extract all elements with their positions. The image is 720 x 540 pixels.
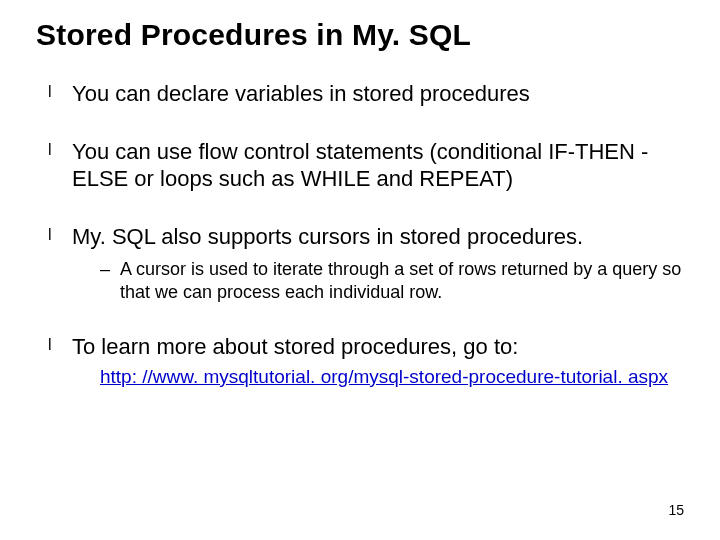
- bullet-item: To learn more about stored procedures, g…: [44, 333, 684, 388]
- sub-bullet-list: A cursor is used to iterate through a se…: [72, 258, 684, 303]
- bullet-item: My. SQL also supports cursors in stored …: [44, 223, 684, 304]
- slide-title: Stored Procedures in My. SQL: [36, 18, 684, 52]
- bullet-text: You can declare variables in stored proc…: [72, 81, 530, 106]
- page-number: 15: [668, 502, 684, 518]
- bullet-text: To learn more about stored procedures, g…: [72, 334, 518, 359]
- bullet-text: My. SQL also supports cursors in stored …: [72, 224, 583, 249]
- bullet-item: You can use flow control statements (con…: [44, 138, 684, 193]
- slide: Stored Procedures in My. SQL You can dec…: [0, 0, 720, 540]
- bullet-list: You can declare variables in stored proc…: [36, 80, 684, 388]
- bullet-text: You can use flow control statements (con…: [72, 139, 648, 192]
- reference-link[interactable]: http: //www. mysqltutorial. org/mysql-st…: [72, 365, 684, 389]
- sub-bullet-item: A cursor is used to iterate through a se…: [100, 258, 684, 303]
- sub-bullet-text: A cursor is used to iterate through a se…: [120, 259, 681, 302]
- bullet-item: You can declare variables in stored proc…: [44, 80, 684, 108]
